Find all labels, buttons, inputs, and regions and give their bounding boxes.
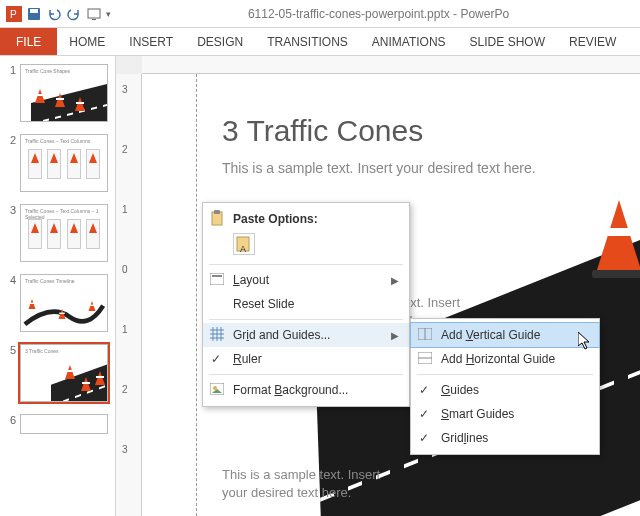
vertical-ruler[interactable]: 3 2 1 0 1 2 3 — [116, 74, 142, 516]
menu-grid-guides[interactable]: Grid and Guides... ▶ — [203, 323, 409, 347]
thumbnail-row[interactable]: 2 Traffic Cones – Text Columns — [0, 132, 115, 194]
menu-ruler[interactable]: ✓ Ruler — [203, 347, 409, 371]
ruler-tick: 2 — [122, 384, 128, 395]
menu-label: Format Background... — [233, 383, 348, 397]
check-icon: ✓ — [419, 431, 429, 445]
vertical-guide[interactable] — [196, 74, 197, 516]
svg-rect-3 — [30, 9, 38, 13]
thumbnail-slide-5[interactable]: 3 Traffic Cones — [20, 344, 108, 402]
undo-icon[interactable] — [46, 6, 62, 22]
ribbon-tabs: FILE HOME INSERT DESIGN TRANSITIONS ANIM… — [0, 28, 640, 56]
thumbnail-slide-3[interactable]: Traffic Cones – Text Columns – 1 Selecte… — [20, 204, 108, 262]
slide-thumbnail-panel[interactable]: 1 Traffic Cone Shapes 2 Traffic Cones – … — [0, 56, 116, 516]
menu-label: Ruler — [233, 352, 262, 366]
svg-rect-4 — [88, 9, 100, 18]
tab-design[interactable]: DESIGN — [185, 35, 255, 49]
thumbnail-slide-2[interactable]: Traffic Cones – Text Columns — [20, 134, 108, 192]
menu-separator — [209, 264, 403, 265]
mouse-cursor — [578, 332, 594, 356]
check-icon: ✓ — [211, 352, 221, 366]
submenu-arrow-icon: ▶ — [391, 275, 399, 286]
svg-text:A: A — [240, 244, 246, 254]
thumbnail-number: 6 — [4, 414, 16, 426]
grid-guides-submenu: Add Vertical Guide Add Horizontal Guide … — [410, 318, 600, 455]
thumbnail-row[interactable]: 4 Traffic Cones Timeline — [0, 272, 115, 334]
thumbnail-row[interactable]: 1 Traffic Cone Shapes — [0, 62, 115, 124]
redo-icon[interactable] — [66, 6, 82, 22]
grid-icon — [209, 327, 225, 344]
paste-options-row: A — [203, 231, 409, 261]
menu-label: Layout — [233, 273, 269, 287]
paste-option-keep-source[interactable]: A — [233, 233, 255, 255]
svg-rect-11 — [212, 275, 222, 277]
menu-reset-slide[interactable]: Reset Slide — [203, 292, 409, 316]
horizontal-guide-icon — [417, 352, 433, 367]
thumbnail-row[interactable]: 3 Traffic Cones – Text Columns – 1 Selec… — [0, 202, 115, 264]
thumbnail-number: 4 — [4, 274, 16, 286]
ruler-tick: 2 — [122, 144, 128, 155]
menu-add-horizontal-guide[interactable]: Add Horizontal Guide — [411, 347, 599, 371]
traffic-cone-graphic — [597, 200, 640, 278]
tab-slideshow[interactable]: SLIDE SHOW — [458, 35, 557, 49]
menu-label: Grid and Guides... — [233, 328, 330, 342]
vertical-guide-icon — [417, 328, 433, 343]
menu-label: Add Horizontal Guide — [441, 352, 555, 366]
menu-format-background[interactable]: Format Background... — [203, 378, 409, 402]
slide-title[interactable]: 3 Traffic Cones — [222, 114, 423, 148]
check-icon: ✓ — [419, 407, 429, 421]
slide-subtitle[interactable]: This is a sample text. Insert your desir… — [222, 160, 536, 176]
menu-separator — [209, 319, 403, 320]
ruler-tick: 1 — [122, 324, 128, 335]
ruler-tick: 3 — [122, 444, 128, 455]
save-icon[interactable] — [26, 6, 42, 22]
svg-rect-7 — [214, 210, 220, 214]
tab-review[interactable]: REVIEW — [557, 35, 628, 49]
menu-label: Add Vertical Guide — [441, 328, 540, 342]
horizontal-ruler[interactable] — [142, 56, 640, 74]
menu-separator — [209, 374, 403, 375]
layout-icon — [209, 273, 225, 288]
thumbnail-slide-1[interactable]: Traffic Cone Shapes — [20, 64, 108, 122]
svg-point-13 — [213, 386, 217, 390]
ruler-tick: 0 — [122, 264, 128, 275]
tab-insert[interactable]: INSERT — [117, 35, 185, 49]
submenu-arrow-icon: ▶ — [391, 330, 399, 341]
titlebar: P ▾ 6112-05-traffic-cones-powerpoint.ppt… — [0, 0, 640, 28]
svg-rect-10 — [210, 273, 224, 285]
tab-home[interactable]: HOME — [57, 35, 117, 49]
format-background-icon — [209, 383, 225, 398]
thumbnail-number: 2 — [4, 134, 16, 146]
thumbnail-number: 3 — [4, 204, 16, 216]
thumbnail-number: 5 — [4, 344, 16, 356]
start-slideshow-icon[interactable] — [86, 6, 102, 22]
menu-label: Gridlines — [441, 431, 488, 445]
thumbnail-slide-6[interactable] — [20, 414, 108, 434]
thumbnail-row[interactable]: 6 — [0, 412, 115, 436]
file-tab[interactable]: FILE — [0, 28, 57, 55]
menu-separator — [417, 374, 593, 375]
clipboard-icon — [209, 210, 225, 229]
powerpoint-icon: P — [6, 6, 22, 22]
thumbnail-number: 1 — [4, 64, 16, 76]
thumbnail-row[interactable]: 5 3 Traffic Cones — [0, 342, 115, 404]
quick-access-toolbar: P ▾ — [0, 6, 117, 22]
menu-label: Guides — [441, 383, 479, 397]
menu-smart-guides[interactable]: ✓ Smart Guides — [411, 402, 599, 426]
thumbnail-slide-4[interactable]: Traffic Cones Timeline — [20, 274, 108, 332]
menu-gridlines[interactable]: ✓ Gridlines — [411, 426, 599, 450]
context-menu: Paste Options: A Layout ▶ Reset Slide Gr… — [202, 202, 410, 407]
qat-dropdown-icon[interactable]: ▾ — [106, 9, 111, 19]
svg-text:P: P — [10, 9, 17, 20]
svg-rect-5 — [92, 19, 96, 20]
ruler-tick: 3 — [122, 84, 128, 95]
menu-layout[interactable]: Layout ▶ — [203, 268, 409, 292]
window-title: 6112-05-traffic-cones-powerpoint.pptx - … — [117, 7, 640, 21]
slide-body-text[interactable]: This is a sample text. Insertyour desire… — [222, 466, 380, 502]
menu-guides[interactable]: ✓ Guides — [411, 378, 599, 402]
tab-animations[interactable]: ANIMATIONS — [360, 35, 458, 49]
menu-label: Paste Options: — [233, 212, 318, 226]
menu-label: Reset Slide — [233, 297, 294, 311]
tab-transitions[interactable]: TRANSITIONS — [255, 35, 360, 49]
check-icon: ✓ — [419, 383, 429, 397]
menu-add-vertical-guide[interactable]: Add Vertical Guide — [410, 322, 600, 348]
